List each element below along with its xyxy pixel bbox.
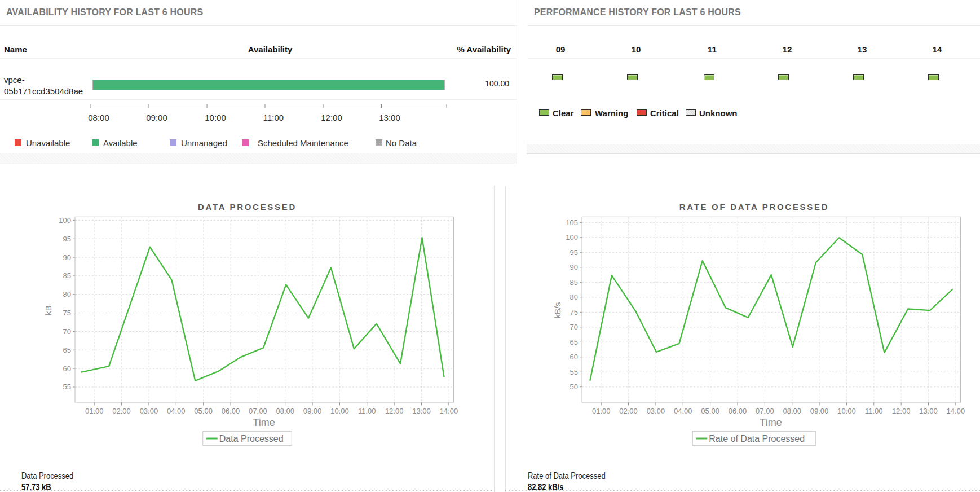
svg-text:55: 55 [63,383,71,391]
svg-text:06:00: 06:00 [222,407,240,415]
svg-text:12:00: 12:00 [892,407,911,415]
svg-text:95: 95 [63,235,71,243]
svg-text:60: 60 [63,364,71,373]
svg-text:09:00: 09:00 [810,407,829,415]
svg-text:90: 90 [63,253,71,262]
svg-text:105: 105 [566,218,578,227]
svg-text:50: 50 [570,383,578,391]
svg-text:kB: kB [43,305,53,315]
svg-text:04:00: 04:00 [674,407,692,415]
svg-text:04:00: 04:00 [167,407,186,415]
svg-text:75: 75 [570,308,578,317]
svg-text:10:00: 10:00 [330,407,349,415]
svg-text:100: 100 [59,216,71,225]
svg-text:01:00: 01:00 [592,407,611,415]
svg-text:90: 90 [570,263,578,271]
svg-text:02:00: 02:00 [619,407,638,415]
svg-text:01:00: 01:00 [85,407,104,415]
svg-text:05:00: 05:00 [194,407,213,415]
svg-text:RATE OF DATA PROCESSED: RATE OF DATA PROCESSED [679,202,829,212]
svg-text:80: 80 [570,293,578,301]
svg-text:70: 70 [570,323,578,331]
svg-text:11:00: 11:00 [358,407,376,415]
svg-text:11:00: 11:00 [865,407,883,415]
svg-text:06:00: 06:00 [729,407,747,415]
svg-text:05:00: 05:00 [701,407,719,415]
svg-text:Rate of Data Processed: Rate of Data Processed [709,434,805,443]
svg-text:10:00: 10:00 [837,407,856,415]
svg-text:95: 95 [570,248,578,257]
svg-text:07:00: 07:00 [249,407,267,415]
svg-text:02:00: 02:00 [112,407,131,415]
svg-text:14:00: 14:00 [440,407,458,415]
svg-text:07:00: 07:00 [756,407,774,415]
svg-text:80: 80 [63,290,71,298]
svg-text:75: 75 [63,309,71,317]
svg-text:65: 65 [63,346,71,354]
svg-text:12:00: 12:00 [385,407,404,415]
svg-text:Time: Time [760,417,782,428]
svg-text:08:00: 08:00 [783,407,801,415]
svg-text:09:00: 09:00 [303,407,322,415]
svg-text:Time: Time [253,417,275,428]
svg-text:55: 55 [570,368,578,376]
svg-text:08:00: 08:00 [276,407,294,415]
svg-text:70: 70 [63,327,71,336]
svg-text:13:00: 13:00 [919,407,938,415]
svg-text:kB/s: kB/s [553,302,562,318]
svg-text:100: 100 [566,233,578,241]
svg-text:60: 60 [570,353,578,361]
svg-text:85: 85 [570,278,578,287]
svg-text:DATA PROCESSED: DATA PROCESSED [198,202,297,212]
svg-text:85: 85 [63,271,71,280]
svg-text:65: 65 [570,338,578,346]
svg-text:03:00: 03:00 [647,407,665,415]
svg-text:Data Processed: Data Processed [219,434,284,443]
svg-text:03:00: 03:00 [140,407,158,415]
svg-text:14:00: 14:00 [947,407,965,415]
svg-text:13:00: 13:00 [412,407,431,415]
